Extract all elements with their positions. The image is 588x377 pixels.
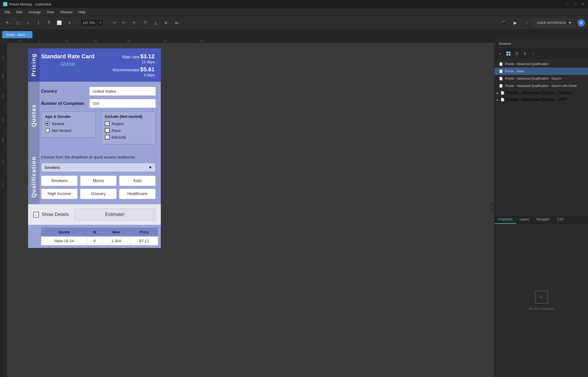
toolbar: ↖ □ ○ / T ⬜ + 137.72% ▼ ⊣ ⊢ ⊢ ⊤ ⊥ ≡ ⇔ 📱 …: [0, 16, 588, 30]
svg-text:700: 700: [2, 183, 4, 187]
country-input[interactable]: [90, 87, 156, 95]
menu-file[interactable]: File: [2, 9, 13, 15]
qual-dropdown[interactable]: Smokers ▼: [41, 163, 156, 172]
zoom-dropdown-arrow[interactable]: ▼: [97, 20, 103, 26]
image-tool[interactable]: ⬜: [55, 19, 63, 27]
no-item-icon: ↖: [535, 291, 548, 304]
add-screen-button[interactable]: +: [497, 50, 503, 57]
age-gender-box: Age & Gender Nested Not Nested: [41, 111, 96, 138]
distribute-h-button[interactable]: ⇔: [172, 19, 181, 27]
qual-btn-high-income[interactable]: High Income: [41, 189, 78, 199]
ui-dropdown[interactable]: USER INTERFACE ▼: [534, 19, 574, 27]
include-box: Include (Not nested) ✓ Region Race: [101, 111, 156, 144]
menu-arrange[interactable]: Arrange: [26, 9, 43, 15]
screen-doc-green-icon: 📄: [499, 69, 503, 73]
align-left-button[interactable]: ⊣: [110, 19, 118, 27]
text-tool[interactable]: T: [45, 19, 53, 27]
group-arrow-icon-2: ▶: [497, 98, 499, 101]
svg-text:100: 100: [2, 55, 4, 59]
region-checkbox[interactable]: ✓: [105, 121, 110, 126]
screen-item-adv-qual-search[interactable]: 📄 Presto - Advanced Qualification - Sear…: [495, 75, 588, 82]
screen-item-adv-qual-search-detail[interactable]: 📄 Presto - Advanced Qualification - Sear…: [495, 82, 588, 90]
table-section: Quota N Max Price Male 18-24 6 1,304 $7.…: [28, 225, 161, 248]
qual-btn-healthcare[interactable]: Healthcare: [119, 189, 156, 199]
not-nested-radio[interactable]: [45, 128, 50, 133]
screen-group-doc-icon: 📄: [500, 91, 504, 95]
svg-text:400: 400: [2, 118, 4, 122]
menu-edit[interactable]: Edit: [14, 9, 25, 15]
qual-dropdown-arrow: ▼: [148, 165, 152, 170]
quota-age-gender: Age & Gender Nested Not Nested: [41, 111, 96, 144]
close-button[interactable]: ✕: [581, 2, 585, 6]
align-center-h-button[interactable]: ⊢: [120, 19, 129, 27]
nested-radio[interactable]: [45, 121, 50, 126]
screens-toolbar: + ☰ ⇅ ⋮: [495, 49, 588, 58]
zoom-value: 137.72%: [81, 21, 97, 25]
quota-grid: Age & Gender Nested Not Nested: [41, 111, 156, 144]
app-icon: [3, 2, 7, 6]
rate-card-label: Rate card $3.12: [113, 53, 155, 60]
menu-help[interactable]: Help: [76, 9, 88, 15]
screen-list-icon[interactable]: ☰: [513, 50, 520, 57]
tab-layers[interactable]: Layers: [516, 215, 533, 224]
no-item-label: No item selected: [529, 307, 554, 311]
quotas-section: Quotas Country Number of Completes Age &…: [28, 82, 161, 150]
screen-label: Presto - Advanced Quotas - Custom: [506, 91, 573, 95]
device-icon[interactable]: 📱: [500, 19, 508, 27]
completes-row: Number of Completes: [41, 99, 156, 108]
screen-item-basic[interactable]: 📄 Presto - Basic: [495, 68, 588, 75]
qual-btn-smokers[interactable]: Smokers: [41, 176, 78, 186]
svg-text:500: 500: [2, 139, 4, 143]
qual-btn-grocery[interactable]: Grocery: [80, 189, 117, 199]
right-panel: Screens + ☰ ⇅ ⋮ 📄 Presto - Advanced Qual…: [494, 39, 588, 377]
pricing-change-link[interactable]: Change: [41, 61, 94, 66]
plus-tool[interactable]: +: [66, 19, 74, 27]
show-details-label: Show Details: [42, 212, 69, 217]
zoom-control[interactable]: 137.72% ▼: [80, 19, 103, 27]
tab-navigator[interactable]: Navigator: [533, 215, 553, 224]
minimize-button[interactable]: ─: [566, 2, 569, 6]
cell-price: $7.12: [130, 237, 158, 245]
screen-doc-icon-3: 📄: [499, 84, 503, 88]
panel-collapse-handle[interactable]: ›: [490, 203, 494, 213]
rectangle-tool[interactable]: □: [14, 19, 22, 27]
tab-close-icon[interactable]: ×: [27, 33, 29, 36]
align-middle-button[interactable]: ⊥: [151, 19, 160, 27]
screen-sort-icon[interactable]: ⇅: [522, 50, 528, 57]
ethnicity-checkbox[interactable]: [105, 135, 110, 139]
pointer-tool[interactable]: ↖: [3, 19, 11, 27]
screen-label: Presto - Advanced Qualification - Search: [505, 77, 561, 80]
qual-btn-auto[interactable]: Auto: [119, 176, 156, 186]
tab-properties[interactable]: Properties: [495, 215, 516, 224]
align-right-button[interactable]: ⊢: [131, 19, 139, 27]
not-nested-radio-item: Not Nested: [45, 128, 92, 133]
ui-dropdown-label: USER INTERFACE: [537, 21, 566, 25]
menu-window[interactable]: Window: [58, 9, 75, 15]
estimate-button[interactable]: Estimate!: [74, 208, 156, 221]
maximize-button[interactable]: □: [573, 2, 577, 6]
align-top-button[interactable]: ⊤: [141, 19, 149, 27]
screen-group-custom[interactable]: ▶ 📄 Presto - Advanced Quotas - Custom: [495, 90, 588, 96]
toolbar-separator-1: [77, 20, 77, 26]
props-tabs: Properties Layers Navigator CSS: [495, 215, 588, 224]
circle-tool[interactable]: ○: [24, 19, 32, 27]
screen-item-adv-qual[interactable]: 📄 Presto - Advanced Qualification: [495, 60, 588, 68]
completes-input[interactable]: [90, 99, 156, 108]
screen-group-3pp[interactable]: ▶ 📄 Presto - Advanced Quotas - 3PP: [495, 96, 588, 103]
upload-icon[interactable]: ↑: [522, 19, 531, 27]
user-avatar[interactable]: B: [578, 19, 585, 27]
screen-view-icon[interactable]: [505, 50, 512, 57]
nested-radio-item: Nested: [45, 121, 92, 126]
qual-btn-moms[interactable]: Moms: [80, 176, 117, 186]
tab-presto-basic[interactable]: Presto - Basic ×: [2, 31, 33, 38]
tab-css[interactable]: CSS: [553, 215, 567, 224]
menu-view[interactable]: View: [44, 9, 57, 15]
align-bottom-button[interactable]: ≡: [162, 19, 170, 27]
line-tool[interactable]: /: [34, 19, 43, 27]
svg-text:300: 300: [127, 40, 131, 42]
play-icon[interactable]: ▶: [511, 19, 519, 27]
race-checkbox[interactable]: [105, 128, 110, 133]
show-details-checkbox[interactable]: ✓: [33, 212, 39, 218]
screen-more-icon[interactable]: ⋮: [530, 50, 537, 57]
quotas-section-label: Quotas: [28, 82, 40, 150]
